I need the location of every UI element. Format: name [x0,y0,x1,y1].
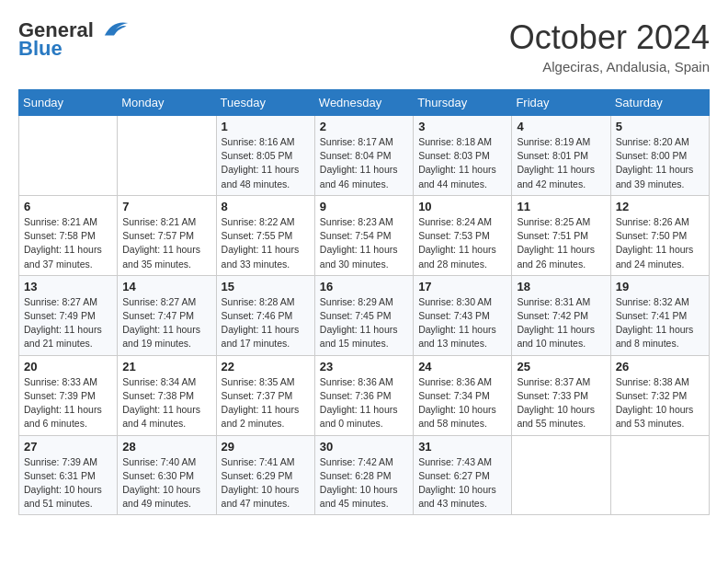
day-info: Sunrise: 8:19 AMSunset: 8:01 PMDaylight:… [517,135,605,191]
day-info: Sunrise: 8:22 AMSunset: 7:55 PMDaylight:… [222,215,310,271]
calendar-cell: 17Sunrise: 8:30 AMSunset: 7:43 PMDayligh… [414,275,512,355]
day-info: Sunrise: 7:42 AMSunset: 6:28 PMDaylight:… [320,455,408,511]
day-number: 5 [616,120,704,133]
day-number: 19 [616,280,704,293]
day-info: Sunrise: 8:27 AMSunset: 7:49 PMDaylight:… [24,295,112,351]
day-number: 16 [320,280,408,293]
day-number: 22 [222,360,310,373]
day-info: Sunrise: 8:34 AMSunset: 7:38 PMDaylight:… [122,375,210,431]
calendar-week-row: 1Sunrise: 8:16 AMSunset: 8:05 PMDaylight… [19,116,710,196]
day-info: Sunrise: 8:29 AMSunset: 7:45 PMDaylight:… [320,295,408,351]
calendar-cell: 30Sunrise: 7:42 AMSunset: 6:28 PMDayligh… [314,435,413,515]
day-info: Sunrise: 8:33 AMSunset: 7:39 PMDaylight:… [24,375,112,431]
calendar-cell: 29Sunrise: 7:41 AMSunset: 6:29 PMDayligh… [216,435,314,515]
day-info: Sunrise: 8:27 AMSunset: 7:47 PMDaylight:… [122,295,210,351]
month-title: October 2024 [509,18,710,57]
calendar-cell: 2Sunrise: 8:17 AMSunset: 8:04 PMDaylight… [314,116,413,196]
calendar-cell: 5Sunrise: 8:20 AMSunset: 8:00 PMDaylight… [610,116,709,196]
calendar-cell: 10Sunrise: 8:24 AMSunset: 7:53 PMDayligh… [414,195,512,275]
calendar-cell: 16Sunrise: 8:29 AMSunset: 7:45 PMDayligh… [314,275,413,355]
calendar-cell: 21Sunrise: 8:34 AMSunset: 7:38 PMDayligh… [118,355,216,435]
weekday-header: Saturday [610,90,709,116]
day-number: 1 [222,120,310,133]
weekday-header: Thursday [414,90,512,116]
day-number: 28 [122,440,210,454]
calendar-cell: 22Sunrise: 8:35 AMSunset: 7:37 PMDayligh… [216,355,314,435]
day-info: Sunrise: 8:36 AMSunset: 7:34 PMDaylight:… [418,375,506,431]
calendar-cell: 31Sunrise: 7:43 AMSunset: 6:27 PMDayligh… [414,435,512,515]
day-number: 25 [517,360,605,373]
day-number: 30 [320,440,408,454]
location: Algeciras, Andalusia, Spain [509,59,710,75]
calendar-cell: 18Sunrise: 8:31 AMSunset: 7:42 PMDayligh… [512,275,610,355]
day-info: Sunrise: 8:24 AMSunset: 7:53 PMDaylight:… [418,215,506,271]
logo-bird-icon [97,18,131,39]
calendar-cell: 28Sunrise: 7:40 AMSunset: 6:30 PMDayligh… [118,435,216,515]
calendar-table: SundayMondayTuesdayWednesdayThursdayFrid… [18,89,710,515]
day-info: Sunrise: 8:26 AMSunset: 7:50 PMDaylight:… [616,215,704,271]
title-section: October 2024 Algeciras, Andalusia, Spain [509,18,710,75]
weekday-header-row: SundayMondayTuesdayWednesdayThursdayFrid… [19,90,710,116]
calendar-cell: 3Sunrise: 8:18 AMSunset: 8:03 PMDaylight… [414,116,512,196]
day-info: Sunrise: 8:20 AMSunset: 8:00 PMDaylight:… [616,135,704,191]
day-number: 27 [24,440,112,454]
day-number: 12 [616,200,704,213]
day-number: 14 [122,280,210,293]
day-info: Sunrise: 8:16 AMSunset: 8:05 PMDaylight:… [222,135,310,191]
calendar-cell: 12Sunrise: 8:26 AMSunset: 7:50 PMDayligh… [610,195,709,275]
day-number: 26 [616,360,704,373]
day-info: Sunrise: 8:38 AMSunset: 7:32 PMDaylight:… [616,375,704,431]
logo: General Blue [18,18,131,61]
day-info: Sunrise: 8:35 AMSunset: 7:37 PMDaylight:… [222,375,310,431]
calendar-cell: 4Sunrise: 8:19 AMSunset: 8:01 PMDaylight… [512,116,610,196]
day-number: 18 [517,280,605,293]
day-number: 23 [320,360,408,373]
weekday-header: Sunday [19,90,118,116]
calendar-cell: 8Sunrise: 8:22 AMSunset: 7:55 PMDaylight… [216,195,314,275]
calendar-cell: 15Sunrise: 8:28 AMSunset: 7:46 PMDayligh… [216,275,314,355]
logo-text-blue: Blue [18,37,63,61]
day-info: Sunrise: 8:17 AMSunset: 8:04 PMDaylight:… [320,135,408,191]
day-number: 8 [222,200,310,213]
day-info: Sunrise: 8:31 AMSunset: 7:42 PMDaylight:… [517,295,605,351]
day-info: Sunrise: 8:36 AMSunset: 7:36 PMDaylight:… [320,375,408,431]
calendar-cell: 14Sunrise: 8:27 AMSunset: 7:47 PMDayligh… [118,275,216,355]
day-info: Sunrise: 7:41 AMSunset: 6:29 PMDaylight:… [222,455,310,511]
calendar-cell [19,116,118,196]
day-number: 7 [122,200,210,213]
day-info: Sunrise: 8:28 AMSunset: 7:46 PMDaylight:… [222,295,310,351]
calendar-cell: 7Sunrise: 8:21 AMSunset: 7:57 PMDaylight… [118,195,216,275]
day-number: 4 [517,120,605,133]
calendar-week-row: 6Sunrise: 8:21 AMSunset: 7:58 PMDaylight… [19,195,710,275]
day-info: Sunrise: 8:32 AMSunset: 7:41 PMDaylight:… [616,295,704,351]
calendar-cell: 19Sunrise: 8:32 AMSunset: 7:41 PMDayligh… [610,275,709,355]
day-number: 6 [24,200,112,213]
day-number: 2 [320,120,408,133]
weekday-header: Tuesday [216,90,314,116]
calendar-week-row: 20Sunrise: 8:33 AMSunset: 7:39 PMDayligh… [19,355,710,435]
day-info: Sunrise: 8:21 AMSunset: 7:58 PMDaylight:… [24,215,112,271]
day-info: Sunrise: 7:40 AMSunset: 6:30 PMDaylight:… [122,455,210,511]
calendar-cell: 23Sunrise: 8:36 AMSunset: 7:36 PMDayligh… [314,355,413,435]
day-info: Sunrise: 8:25 AMSunset: 7:51 PMDaylight:… [517,215,605,271]
day-number: 13 [24,280,112,293]
calendar-week-row: 13Sunrise: 8:27 AMSunset: 7:49 PMDayligh… [19,275,710,355]
day-number: 20 [24,360,112,373]
weekday-header: Wednesday [314,90,413,116]
calendar-cell: 27Sunrise: 7:39 AMSunset: 6:31 PMDayligh… [19,435,118,515]
calendar-cell: 24Sunrise: 8:36 AMSunset: 7:34 PMDayligh… [414,355,512,435]
day-info: Sunrise: 7:39 AMSunset: 6:31 PMDaylight:… [24,455,112,511]
calendar-cell: 25Sunrise: 8:37 AMSunset: 7:33 PMDayligh… [512,355,610,435]
calendar-cell: 20Sunrise: 8:33 AMSunset: 7:39 PMDayligh… [19,355,118,435]
day-number: 21 [122,360,210,373]
calendar-cell: 13Sunrise: 8:27 AMSunset: 7:49 PMDayligh… [19,275,118,355]
calendar-cell: 26Sunrise: 8:38 AMSunset: 7:32 PMDayligh… [610,355,709,435]
calendar-cell [512,435,610,515]
day-info: Sunrise: 8:21 AMSunset: 7:57 PMDaylight:… [122,215,210,271]
day-number: 31 [418,440,506,454]
day-number: 10 [418,200,506,213]
day-info: Sunrise: 8:37 AMSunset: 7:33 PMDaylight:… [517,375,605,431]
day-number: 3 [418,120,506,133]
calendar-cell: 1Sunrise: 8:16 AMSunset: 8:05 PMDaylight… [216,116,314,196]
weekday-header: Monday [118,90,216,116]
